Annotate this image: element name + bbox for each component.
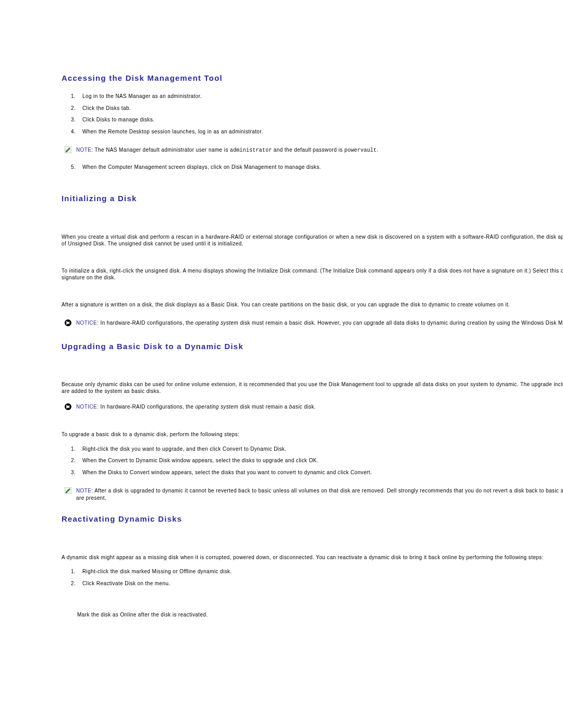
step-text: When the Computer Management screen disp… — [82, 164, 321, 170]
para: A dynamic disk might appear as a missing… — [62, 554, 563, 561]
notice-icon — [65, 319, 76, 326]
step-text: Right-click the disk you want to upgrade… — [82, 446, 286, 452]
para: To upgrade a basic disk to a dynamic dis… — [62, 431, 563, 438]
notice-lead: NOTICE: — [76, 404, 99, 410]
step-text: Right-click the disk marked Missing or O… — [82, 569, 232, 574]
step-item: Click the Disks tab. — [82, 105, 563, 112]
step-item: When the Remote Desktop session launches… — [82, 128, 563, 135]
step-item: Click Disks to manage disks. — [82, 116, 563, 124]
note-icon — [65, 487, 76, 494]
note-callout-accessing: NOTE: The NAS Manager default administra… — [65, 146, 563, 154]
para: Because only dynamic disks can be used f… — [62, 381, 563, 395]
notice-callout-upgrading: NOTICE: In hardware-RAID configurations,… — [65, 403, 563, 411]
code-powervault: powervault — [345, 147, 377, 153]
step-item: Log in to the NAS Manager as an administ… — [82, 93, 563, 100]
upgrading-steps: Right-click the disk you want to upgrade… — [62, 446, 563, 476]
step-text: Click the Disks tab. — [82, 105, 131, 111]
note-text: NOTE: After a disk is upgraded to dynami… — [76, 487, 563, 501]
heading-reactivating: Reactivating Dynamic Disks — [62, 514, 563, 524]
step-item: When the Convert to Dynamic Disk window … — [82, 457, 563, 464]
step-item: Right-click the disk marked Missing or O… — [82, 568, 563, 575]
step-text: Click Reactivate Disk on the menu. — [82, 581, 170, 586]
note-lead: NOTE: — [76, 147, 93, 153]
heading-upgrading: Upgrading a Basic Disk to a Dynamic Disk — [62, 341, 563, 352]
step-item: Right-click the disk you want to upgrade… — [82, 446, 563, 453]
notice-lead: NOTICE: — [76, 320, 99, 326]
para: After a signature is written on a disk, … — [62, 301, 563, 309]
note-icon — [65, 146, 76, 153]
code-administrator: administrator — [230, 147, 272, 153]
step-item: Click Reactivate Disk on the menu. — [82, 580, 563, 587]
notice-text: NOTICE: In hardware-RAID configurations,… — [76, 319, 563, 327]
accessing-steps-a: Log in to the NAS Manager as an administ… — [62, 93, 563, 135]
step-text: When the Convert to Dynamic Disk window … — [82, 458, 319, 463]
step-text: When the Remote Desktop session launches… — [82, 129, 263, 134]
note-callout-upgrading: NOTE: After a disk is upgraded to dynami… — [65, 487, 563, 501]
notice-callout-initializing: NOTICE: In hardware-RAID configurations,… — [65, 319, 563, 327]
heading-accessing: Accessing the Disk Management Tool — [62, 73, 563, 83]
step-text: Click Disks to manage disks. — [82, 117, 154, 122]
step-text: Log in to the NAS Manager as an administ… — [82, 93, 202, 99]
reactivating-steps: Right-click the disk marked Missing or O… — [62, 568, 563, 587]
step-text: When the Disks to Convert window appears… — [82, 470, 372, 475]
note-lead: NOTE: — [76, 488, 93, 493]
step-item: When the Computer Management screen disp… — [82, 164, 563, 171]
notice-text: NOTICE: In hardware-RAID configurations,… — [76, 403, 316, 411]
accessing-steps-b: When the Computer Management screen disp… — [62, 164, 563, 171]
para: Mark the disk as Online after the disk i… — [62, 611, 563, 619]
note-text: NOTE: The NAS Manager default administra… — [76, 146, 378, 154]
notice-icon — [65, 403, 76, 410]
heading-initializing: Initializing a Disk — [62, 193, 563, 204]
para: To initialize a disk, right-click the un… — [62, 267, 563, 281]
step-item: When the Disks to Convert window appears… — [82, 469, 563, 476]
para: When you create a virtual disk and perfo… — [62, 233, 563, 248]
